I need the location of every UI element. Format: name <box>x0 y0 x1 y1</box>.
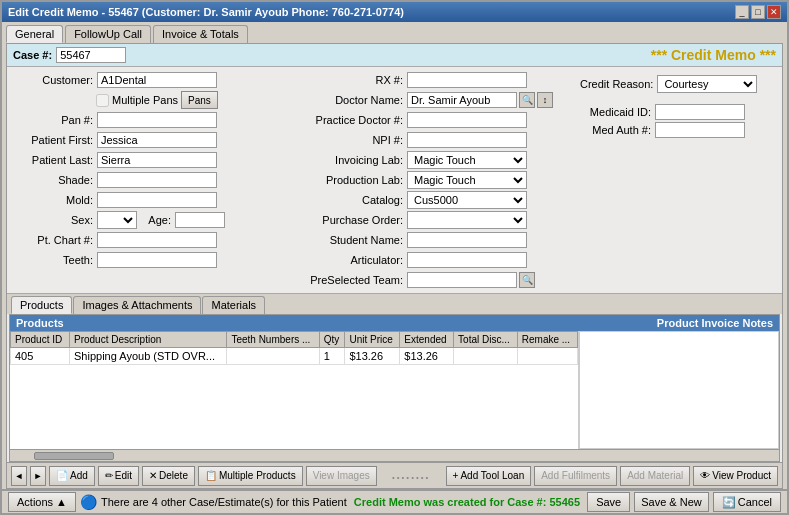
invoicing-lab-row: Invoicing Lab: Magic Touch <box>303 151 566 169</box>
catalog-row: Catalog: Cus5000 <box>303 191 566 209</box>
med-auth-row: Med Auth #: <box>576 121 776 139</box>
edit-button[interactable]: ✏ Edit <box>98 466 139 486</box>
nav-prev-button[interactable]: ◄ <box>11 466 27 486</box>
pt-chart-input[interactable] <box>97 232 217 248</box>
table-container: Product ID Product Description Teeth Num… <box>10 331 779 449</box>
teeth-label: Teeth: <box>13 254 93 266</box>
doctor-nav-icon[interactable]: ↕ <box>537 92 553 108</box>
scroll-thumb[interactable] <box>34 452 114 460</box>
med-auth-input[interactable] <box>655 122 745 138</box>
multiple-products-button[interactable]: 📋 Multiple Products <box>198 466 303 486</box>
cell-product-id: 405 <box>11 348 70 365</box>
maximize-button[interactable]: □ <box>751 5 765 19</box>
patient-last-row: Patient Last: <box>13 151 293 169</box>
preselected-team-input[interactable] <box>407 272 517 288</box>
rx-row: RX #: <box>303 71 566 89</box>
status-center: Credit Memo was created for Case #: 5546… <box>354 496 580 508</box>
medicaid-id-input[interactable] <box>655 104 745 120</box>
teeth-input[interactable] <box>97 252 217 268</box>
col-product-id: Product ID <box>11 332 70 348</box>
pans-button[interactable]: Pans <box>181 91 218 109</box>
student-name-input[interactable] <box>407 232 527 248</box>
add-fulfillments-button[interactable]: Add Fulfilments <box>534 466 617 486</box>
products-area: Products Product Invoice Notes Product I… <box>9 314 780 462</box>
case-header: Case #: *** Credit Memo *** <box>7 44 782 67</box>
tab-followup[interactable]: FollowUp Call <box>65 25 151 43</box>
practice-doctor-input[interactable] <box>407 112 527 128</box>
view-product-icon: 👁 <box>700 470 710 481</box>
products-table-wrapper[interactable]: Product ID Product Description Teeth Num… <box>10 331 579 449</box>
doctor-name-input[interactable] <box>407 92 517 108</box>
practice-doctor-row: Practice Doctor #: <box>303 111 566 129</box>
tab-invoice[interactable]: Invoice & Totals <box>153 25 248 43</box>
patient-first-input[interactable] <box>97 132 217 148</box>
rx-input[interactable] <box>407 72 527 88</box>
tab-materials[interactable]: Materials <box>202 296 265 314</box>
multiple-pans-label: Multiple Pans <box>112 94 178 106</box>
age-input[interactable] <box>175 212 225 228</box>
col-total-disc: Total Disc... <box>454 332 518 348</box>
col-product-desc: Product Description <box>70 332 227 348</box>
preselected-team-row: PreSelected Team: 🔍 <box>303 271 566 289</box>
products-header-bar: Products Product Invoice Notes <box>10 315 779 331</box>
case-label: Case #: <box>13 49 52 61</box>
mold-row: Mold: <box>13 191 293 209</box>
nav-next-button[interactable]: ► <box>30 466 46 486</box>
view-images-button[interactable]: View Images <box>306 466 377 486</box>
delete-button[interactable]: ✕ Delete <box>142 466 195 486</box>
articulator-label: Articulator: <box>303 254 403 266</box>
tab-images-attachments[interactable]: Images & Attachments <box>73 296 201 314</box>
case-number-input[interactable] <box>56 47 126 63</box>
minimize-button[interactable]: _ <box>735 5 749 19</box>
tab-products[interactable]: Products <box>11 296 72 314</box>
save-new-button[interactable]: Save & New <box>634 492 709 512</box>
add-tool-loan-button[interactable]: + Add Tool Loan <box>446 466 532 486</box>
purchase-order-select[interactable] <box>407 211 527 229</box>
invoicing-lab-select[interactable]: Magic Touch <box>407 151 527 169</box>
tab-general[interactable]: General <box>6 25 63 43</box>
articulator-input[interactable] <box>407 252 527 268</box>
cell-product-desc: Shipping Ayoub (STD OVR... <box>70 348 227 365</box>
sex-age-row: Sex: Age: <box>13 211 293 229</box>
preselected-team-field: 🔍 <box>407 272 535 288</box>
doctor-search-icon[interactable]: 🔍 <box>519 92 535 108</box>
cell-qty: 1 <box>319 348 345 365</box>
medicaid-id-row: Medicaid ID: <box>576 103 776 121</box>
production-lab-select[interactable]: Magic Touch <box>407 171 527 189</box>
npi-input[interactable] <box>407 132 527 148</box>
credit-reason-select[interactable]: Courtesy <box>657 75 757 93</box>
sex-select[interactable] <box>97 211 137 229</box>
shade-input[interactable] <box>97 172 217 188</box>
invoice-notes-panel <box>579 331 779 449</box>
catalog-select[interactable]: Cus5000 <box>407 191 527 209</box>
invoice-notes-content[interactable] <box>579 331 779 449</box>
patient-last-input[interactable] <box>97 152 217 168</box>
horizontal-scrollbar[interactable] <box>10 449 779 461</box>
cancel-button[interactable]: 🔄 Cancel <box>713 492 781 512</box>
age-label: Age: <box>141 214 171 226</box>
cell-unit-price: $13.26 <box>345 348 400 365</box>
actions-button[interactable]: Actions ▲ <box>8 492 76 512</box>
pan-input[interactable] <box>97 112 217 128</box>
pt-chart-row: Pt. Chart #: <box>13 231 293 249</box>
cell-remake <box>517 348 577 365</box>
table-header-row: Product ID Product Description Teeth Num… <box>11 332 578 348</box>
mold-input[interactable] <box>97 192 217 208</box>
bottom-toolbar: ◄ ► 📄 Add ✏ Edit ✕ Delete 📋 Multiple Pro… <box>7 462 782 488</box>
purchase-order-row: Purchase Order: <box>303 211 566 229</box>
pt-chart-label: Pt. Chart #: <box>13 234 93 246</box>
add-button[interactable]: 📄 Add <box>49 466 95 486</box>
customer-input[interactable] <box>97 72 217 88</box>
col-unit-price: Unit Price <box>345 332 400 348</box>
shade-label: Shade: <box>13 174 93 186</box>
view-product-button[interactable]: 👁 View Product <box>693 466 778 486</box>
invoicing-lab-label: Invoicing Lab: <box>303 154 403 166</box>
doctor-name-field: 🔍 ↕ <box>407 92 553 108</box>
close-button[interactable]: ✕ <box>767 5 781 19</box>
student-name-row: Student Name: <box>303 231 566 249</box>
team-search-icon[interactable]: 🔍 <box>519 272 535 288</box>
add-material-button[interactable]: Add Material <box>620 466 690 486</box>
title-bar: Edit Credit Memo - 55467 (Customer: Dr. … <box>2 2 787 22</box>
table-row[interactable]: 405 Shipping Ayoub (STD OVR... 1 $13.26 … <box>11 348 578 365</box>
save-button[interactable]: Save <box>587 492 630 512</box>
